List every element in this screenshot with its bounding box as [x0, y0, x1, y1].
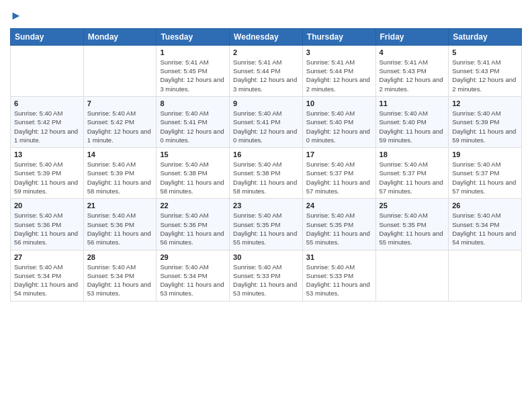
- calendar-day-cell: 28Sunrise: 5:40 AM Sunset: 5:34 PM Dayli…: [83, 250, 157, 301]
- calendar-day-cell: [375, 250, 449, 301]
- day-info: Sunrise: 5:41 AM Sunset: 5:44 PM Dayligh…: [306, 58, 372, 93]
- day-number: 15: [160, 150, 226, 158]
- day-number: 8: [160, 99, 226, 107]
- day-number: 7: [87, 99, 153, 107]
- logo-blue: ►: [10, 9, 22, 22]
- page: ► SundayMondayTuesdayWednesdayThursdayFr…: [0, 0, 532, 411]
- day-info: Sunrise: 5:40 AM Sunset: 5:33 PM Dayligh…: [233, 263, 299, 298]
- calendar-day-cell: 27Sunrise: 5:40 AM Sunset: 5:34 PM Dayli…: [11, 250, 84, 301]
- calendar-day-cell: 4Sunrise: 5:41 AM Sunset: 5:43 PM Daylig…: [375, 45, 449, 96]
- day-number: 29: [160, 253, 226, 261]
- day-info: Sunrise: 5:40 AM Sunset: 5:36 PM Dayligh…: [160, 211, 226, 246]
- calendar-day-cell: 26Sunrise: 5:40 AM Sunset: 5:34 PM Dayli…: [449, 199, 522, 250]
- day-number: 4: [380, 48, 445, 56]
- calendar: SundayMondayTuesdayWednesdayThursdayFrid…: [10, 28, 522, 302]
- day-of-week-header: Thursday: [302, 28, 375, 45]
- day-info: Sunrise: 5:40 AM Sunset: 5:42 PM Dayligh…: [14, 109, 80, 144]
- day-number: 19: [452, 150, 518, 158]
- calendar-day-cell: 10Sunrise: 5:40 AM Sunset: 5:40 PM Dayli…: [302, 96, 375, 147]
- day-info: Sunrise: 5:40 AM Sunset: 5:41 PM Dayligh…: [160, 109, 226, 144]
- day-info: Sunrise: 5:40 AM Sunset: 5:38 PM Dayligh…: [160, 160, 226, 195]
- day-of-week-header: Monday: [83, 28, 157, 45]
- calendar-day-cell: [11, 45, 84, 96]
- day-number: 30: [233, 253, 299, 261]
- day-info: Sunrise: 5:40 AM Sunset: 5:35 PM Dayligh…: [306, 211, 372, 246]
- day-number: 6: [14, 99, 80, 107]
- calendar-week-row: 27Sunrise: 5:40 AM Sunset: 5:34 PM Dayli…: [11, 250, 522, 301]
- day-number: 28: [87, 253, 153, 261]
- day-info: Sunrise: 5:40 AM Sunset: 5:40 PM Dayligh…: [306, 109, 372, 144]
- day-info: Sunrise: 5:40 AM Sunset: 5:36 PM Dayligh…: [87, 211, 153, 246]
- calendar-day-cell: 21Sunrise: 5:40 AM Sunset: 5:36 PM Dayli…: [83, 199, 157, 250]
- calendar-day-cell: 6Sunrise: 5:40 AM Sunset: 5:42 PM Daylig…: [11, 96, 84, 147]
- logo: ►: [10, 9, 22, 23]
- calendar-day-cell: 31Sunrise: 5:40 AM Sunset: 5:33 PM Dayli…: [302, 250, 375, 301]
- day-of-week-header: Friday: [375, 28, 449, 45]
- calendar-week-row: 1Sunrise: 5:41 AM Sunset: 5:45 PM Daylig…: [11, 45, 522, 96]
- calendar-week-row: 6Sunrise: 5:40 AM Sunset: 5:42 PM Daylig…: [11, 96, 522, 147]
- calendar-day-cell: 20Sunrise: 5:40 AM Sunset: 5:36 PM Dayli…: [11, 199, 84, 250]
- calendar-day-cell: 25Sunrise: 5:40 AM Sunset: 5:35 PM Dayli…: [375, 199, 449, 250]
- calendar-day-cell: 3Sunrise: 5:41 AM Sunset: 5:44 PM Daylig…: [302, 45, 375, 96]
- day-info: Sunrise: 5:40 AM Sunset: 5:34 PM Dayligh…: [14, 263, 80, 298]
- calendar-day-cell: 18Sunrise: 5:40 AM Sunset: 5:37 PM Dayli…: [375, 148, 449, 199]
- day-number: 14: [87, 150, 153, 158]
- calendar-day-cell: 24Sunrise: 5:40 AM Sunset: 5:35 PM Dayli…: [302, 199, 375, 250]
- day-number: 9: [233, 99, 299, 107]
- day-info: Sunrise: 5:40 AM Sunset: 5:34 PM Dayligh…: [160, 263, 226, 298]
- day-info: Sunrise: 5:40 AM Sunset: 5:34 PM Dayligh…: [87, 263, 153, 298]
- calendar-day-cell: 30Sunrise: 5:40 AM Sunset: 5:33 PM Dayli…: [230, 250, 303, 301]
- calendar-day-cell: 23Sunrise: 5:40 AM Sunset: 5:35 PM Dayli…: [230, 199, 303, 250]
- calendar-day-cell: [83, 45, 157, 96]
- day-info: Sunrise: 5:41 AM Sunset: 5:43 PM Dayligh…: [380, 58, 445, 93]
- day-number: 3: [306, 48, 372, 56]
- day-number: 26: [452, 201, 518, 210]
- day-of-week-header: Saturday: [449, 28, 522, 45]
- calendar-day-cell: 8Sunrise: 5:40 AM Sunset: 5:41 PM Daylig…: [157, 96, 230, 147]
- day-number: 2: [233, 48, 299, 56]
- day-number: 21: [87, 201, 153, 210]
- day-number: 5: [452, 48, 518, 56]
- day-info: Sunrise: 5:40 AM Sunset: 5:35 PM Dayligh…: [233, 211, 299, 246]
- calendar-day-cell: 15Sunrise: 5:40 AM Sunset: 5:38 PM Dayli…: [157, 148, 230, 199]
- day-info: Sunrise: 5:40 AM Sunset: 5:40 PM Dayligh…: [380, 109, 445, 144]
- day-number: 10: [306, 99, 372, 107]
- day-number: 20: [14, 201, 80, 210]
- calendar-day-cell: 7Sunrise: 5:40 AM Sunset: 5:42 PM Daylig…: [83, 96, 157, 147]
- calendar-day-cell: 14Sunrise: 5:40 AM Sunset: 5:39 PM Dayli…: [83, 148, 157, 199]
- day-info: Sunrise: 5:40 AM Sunset: 5:41 PM Dayligh…: [233, 109, 299, 144]
- day-number: 16: [233, 150, 299, 158]
- day-number: 12: [452, 99, 518, 107]
- day-number: 11: [380, 99, 445, 107]
- calendar-day-cell: 13Sunrise: 5:40 AM Sunset: 5:39 PM Dayli…: [11, 148, 84, 199]
- calendar-day-cell: 11Sunrise: 5:40 AM Sunset: 5:40 PM Dayli…: [375, 96, 449, 147]
- header: ►: [10, 7, 522, 23]
- day-info: Sunrise: 5:40 AM Sunset: 5:33 PM Dayligh…: [306, 263, 372, 298]
- day-info: Sunrise: 5:40 AM Sunset: 5:42 PM Dayligh…: [87, 109, 153, 144]
- calendar-day-cell: 1Sunrise: 5:41 AM Sunset: 5:45 PM Daylig…: [157, 45, 230, 96]
- day-info: Sunrise: 5:40 AM Sunset: 5:38 PM Dayligh…: [233, 160, 299, 195]
- day-number: 17: [306, 150, 372, 158]
- day-info: Sunrise: 5:40 AM Sunset: 5:37 PM Dayligh…: [452, 160, 518, 195]
- logo-text: ►: [10, 9, 22, 23]
- calendar-header-row: SundayMondayTuesdayWednesdayThursdayFrid…: [11, 28, 522, 45]
- day-info: Sunrise: 5:40 AM Sunset: 5:35 PM Dayligh…: [380, 211, 445, 246]
- day-number: 1: [160, 48, 226, 56]
- day-info: Sunrise: 5:41 AM Sunset: 5:44 PM Dayligh…: [233, 58, 299, 93]
- day-info: Sunrise: 5:40 AM Sunset: 5:39 PM Dayligh…: [452, 109, 518, 144]
- day-info: Sunrise: 5:40 AM Sunset: 5:36 PM Dayligh…: [14, 211, 80, 246]
- day-info: Sunrise: 5:40 AM Sunset: 5:39 PM Dayligh…: [87, 160, 153, 195]
- calendar-day-cell: 16Sunrise: 5:40 AM Sunset: 5:38 PM Dayli…: [230, 148, 303, 199]
- day-info: Sunrise: 5:41 AM Sunset: 5:43 PM Dayligh…: [452, 58, 518, 93]
- calendar-day-cell: 19Sunrise: 5:40 AM Sunset: 5:37 PM Dayli…: [449, 148, 522, 199]
- calendar-day-cell: [449, 250, 522, 301]
- day-of-week-header: Tuesday: [157, 28, 230, 45]
- calendar-day-cell: 17Sunrise: 5:40 AM Sunset: 5:37 PM Dayli…: [302, 148, 375, 199]
- calendar-week-row: 13Sunrise: 5:40 AM Sunset: 5:39 PM Dayli…: [11, 148, 522, 199]
- day-info: Sunrise: 5:40 AM Sunset: 5:34 PM Dayligh…: [452, 211, 518, 246]
- calendar-day-cell: 22Sunrise: 5:40 AM Sunset: 5:36 PM Dayli…: [157, 199, 230, 250]
- calendar-day-cell: 29Sunrise: 5:40 AM Sunset: 5:34 PM Dayli…: [157, 250, 230, 301]
- day-number: 18: [380, 150, 445, 158]
- calendar-day-cell: 9Sunrise: 5:40 AM Sunset: 5:41 PM Daylig…: [230, 96, 303, 147]
- day-number: 22: [160, 201, 226, 210]
